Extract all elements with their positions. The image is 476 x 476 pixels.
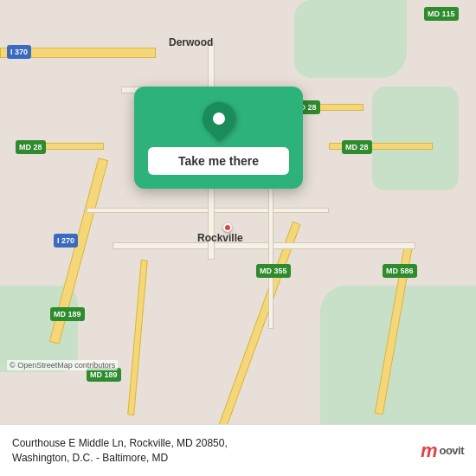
moovit-logo: m oovit [421,440,464,462]
address-line2: Washington, D.C. - Baltimore, MD [12,452,168,464]
badge-md355: MD 355 [256,264,291,278]
popup-card: Take me there [134,87,303,189]
take-me-there-button[interactable]: Take me there [148,147,289,175]
bottom-bar: Courthouse E Middle Ln, Rockville, MD 20… [0,424,476,476]
moovit-text: oovit [439,444,464,457]
osm-credit: © OpenStreetMap contributors [7,360,118,370]
road-horizontal-2 [113,242,415,249]
badge-md189-1: MD 189 [50,307,85,321]
moovit-m-letter: m [421,440,438,462]
badge-md28-right: MD 28 [342,140,372,154]
badge-i270: I 270 [54,234,78,248]
pin-inner [213,113,225,125]
badge-md586: MD 586 [383,264,417,278]
badge-i370: I 370 [7,45,31,59]
city-label-derwood: Derwood [169,36,213,48]
location-pin [196,95,242,142]
park-area-top-right [294,0,407,78]
address-line1: Courthouse E Middle Ln, Rockville, MD 20… [12,437,228,449]
badge-md28-left: MD 28 [16,140,46,154]
location-dot [223,223,232,232]
badge-md115: MD 115 [424,7,459,21]
park-area-right-mid [372,87,459,190]
map-container: I 370 MD 115 MD 28 MD 28 MD 28 I 270 MD … [0,0,476,424]
address-text: Courthouse E Middle Ln, Rockville, MD 20… [12,436,421,466]
city-label-rockville: Rockville [197,232,243,244]
